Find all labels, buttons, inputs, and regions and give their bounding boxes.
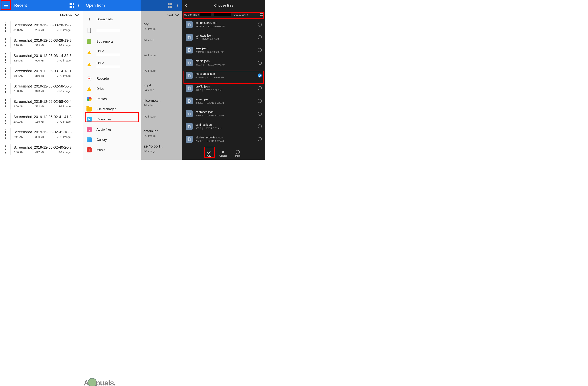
thumbnail — [1, 37, 9, 48]
file-name: Screenshot_2019-12-05-02-41-18-8... — [14, 130, 81, 134]
thumbnail — [1, 144, 9, 155]
open-from-title: Open from — [86, 3, 105, 8]
select-radio[interactable] — [258, 124, 262, 128]
file-item[interactable]: Screenshot_2019-12-05-03-28-13-9... 3:28… — [0, 35, 83, 50]
select-radio[interactable] — [258, 22, 262, 27]
source-label: Recorder — [97, 77, 110, 81]
file-row[interactable]: messages.json 6.29MB | 12/2/19 6:02 AM — [182, 69, 265, 82]
audio-icon: ♫ — [86, 126, 92, 133]
source-item-gallery[interactable]: Gallery — [83, 135, 141, 145]
file-icon — [186, 34, 193, 41]
select-radio[interactable] — [258, 99, 262, 103]
drive-icon — [86, 49, 92, 56]
drive-icon — [86, 85, 92, 92]
file-name: media.json — [195, 59, 255, 63]
file-row[interactable]: settings.json 355B | 12/2/19 6:02 AM — [182, 120, 265, 133]
source-item-rec[interactable]: Recorder — [83, 74, 141, 84]
file-meta: 2B | 12/2/19 6:02 AM — [195, 38, 255, 40]
file-item[interactable]: Screenshot_2019-12-05-02-58-56-0... 2:58… — [0, 81, 83, 96]
dimmed-recent-panel: fied pegPG imageP4 videoPG imagePG image… — [141, 0, 182, 160]
recent-title: Recent — [14, 3, 27, 8]
source-label: Photos — [97, 97, 107, 101]
select-radio[interactable] — [258, 112, 262, 116]
select-radio[interactable] — [258, 48, 262, 52]
file-meta: 3.32KB | 12/2/19 6:02 AM — [195, 101, 255, 104]
file-meta: 2.04MB | 12/2/19 6:02 AM — [195, 51, 255, 53]
file-item[interactable]: Screenshot_2019-12-05-03-28-19-9... 3:28… — [0, 20, 83, 35]
source-item-download[interactable]: Downloads — [83, 14, 141, 24]
source-item-bug[interactable]: Bug reports — [83, 36, 141, 47]
select-radio[interactable] — [258, 61, 262, 65]
phone-icon — [86, 27, 92, 34]
source-item-phone[interactable] — [83, 24, 141, 36]
file-meta: 2:58 AM522 kBJPG image — [14, 105, 81, 108]
file-meta: 3:14 AM520 kBJPG image — [14, 59, 81, 62]
source-item-fm[interactable]: File Manager — [83, 104, 141, 114]
back-icon[interactable] — [185, 4, 189, 7]
file-meta: 3:14 AM319 kBJPG image — [14, 74, 81, 77]
fm-icon — [86, 106, 92, 112]
crumb-redacted — [200, 13, 211, 16]
file-row[interactable]: searches.json 3.98KB | 12/2/19 6:02 AM — [182, 107, 265, 120]
source-label: Gallery — [97, 138, 107, 142]
cancel-button[interactable]: Cancel — [219, 150, 227, 157]
sort-header[interactable]: Modified — [0, 11, 83, 20]
video-icon — [86, 116, 92, 123]
overflow-menu-icon[interactable] — [76, 3, 81, 8]
file-row[interactable]: profile.json 572B | 12/2/19 6:02 AM — [182, 82, 265, 95]
select-radio[interactable] — [258, 137, 262, 141]
thumbnail — [1, 98, 9, 110]
select-radio[interactable] — [258, 86, 262, 90]
file-meta: 2.52KB | 12/2/19 6:02 AM — [195, 140, 255, 142]
open-from-header: Open from — [83, 0, 141, 11]
file-item[interactable]: Screenshot_2019-12-05-03-14-32-3... 3:14… — [0, 50, 83, 65]
file-icon — [186, 123, 193, 130]
select-radio[interactable] — [258, 35, 262, 39]
file-name: Screenshot_2019-12-05-02-41-41-3... — [14, 115, 81, 119]
source-item-drive[interactable]: Drive — [83, 84, 141, 94]
source-label: Downloads — [97, 18, 113, 21]
source-item-photos[interactable]: Photos — [83, 94, 141, 104]
more-button[interactable]: More — [235, 150, 240, 157]
file-name: Screenshot_2019-12-05-02-58-56-0... — [14, 84, 81, 88]
file-row[interactable]: connections.json 43.98KB | 12/2/19 6:02 … — [182, 18, 265, 31]
file-row[interactable]: stories_activities.json 2.52KB | 12/2/19… — [182, 133, 265, 146]
file-meta: 3:28 AM286 kBJPG image — [14, 28, 81, 32]
breadcrumb[interactable]: ed storage › › _20191204 › — [182, 11, 265, 18]
source-sub-redacted — [97, 29, 120, 32]
select-radio[interactable] — [258, 74, 262, 77]
file-row[interactable]: saved.json 3.32KB | 12/2/19 6:02 AM — [182, 95, 265, 107]
file-row[interactable]: likes.json 2.04MB | 12/2/19 6:02 AM — [182, 44, 265, 56]
view-grid-icon[interactable] — [69, 3, 74, 8]
file-name: connections.json — [195, 21, 255, 25]
source-item-audio[interactable]: ♫ Audio files — [83, 124, 141, 135]
view-grid-icon[interactable] — [260, 13, 263, 16]
file-icon — [186, 85, 193, 92]
file-item[interactable]: Screenshot_2019-12-05-02-40-26-9... 2:40… — [0, 142, 83, 157]
thumbnail — [1, 128, 9, 140]
menu-icon[interactable] — [2, 2, 10, 9]
ok-button[interactable]: OK — [207, 150, 211, 157]
crumb-storage: ed storage — [184, 13, 197, 16]
file-name: profile.json — [195, 85, 255, 88]
file-meta: 355B | 12/2/19 6:02 AM — [195, 127, 255, 130]
source-item-music[interactable]: ♪ Music — [83, 145, 141, 155]
file-item[interactable]: Screenshot_2019-12-05-02-41-18-8... 2:41… — [0, 127, 83, 142]
recent-header: Recent — [0, 0, 83, 11]
file-meta: 2:41 AM300 kBJPG image — [14, 135, 81, 138]
file-icon — [186, 72, 193, 79]
file-item[interactable]: Screenshot_2019-12-05-03-14-13-1... 3:14… — [0, 65, 83, 81]
source-item-drive[interactable]: Drive — [83, 47, 141, 58]
source-label: Drive — [97, 61, 120, 65]
file-item[interactable]: Screenshot_2019-12-05-02-58-00-4... 2:58… — [0, 96, 83, 111]
file-row[interactable]: contacts.json 2B | 12/2/19 6:02 AM — [182, 31, 265, 44]
source-item-drive[interactable]: Drive — [83, 58, 141, 71]
file-name: likes.json — [195, 47, 255, 50]
source-item-video[interactable]: Video files — [83, 114, 141, 124]
chevron-right-icon: › — [247, 13, 248, 16]
close-icon — [221, 150, 225, 154]
file-item[interactable]: Screenshot_2019-12-05-02-41-41-3... 2:41… — [0, 111, 83, 127]
file-name: contacts.json — [195, 34, 255, 37]
file-row[interactable]: media.json 47.97KB | 12/2/19 6:02 AM — [182, 56, 265, 69]
sort-label: Modified — [60, 13, 73, 17]
